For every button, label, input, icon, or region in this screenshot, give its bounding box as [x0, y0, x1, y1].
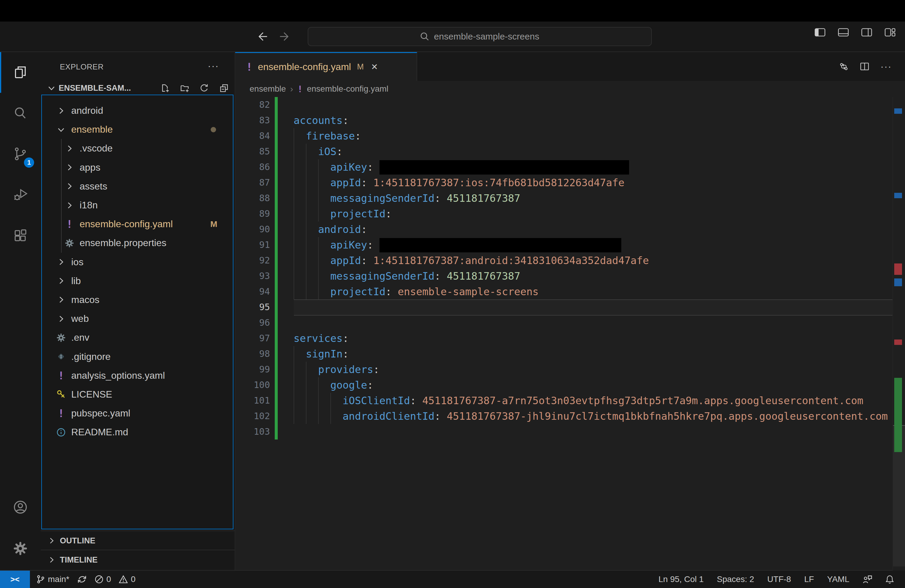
customize-layout-icon[interactable]: [884, 28, 895, 37]
split-editor-icon[interactable]: [859, 61, 870, 72]
code-line-85[interactable]: 85 iOS:: [235, 144, 905, 159]
toggle-secondary-sidebar-icon[interactable]: [861, 28, 872, 37]
line-number[interactable]: 100: [235, 377, 270, 393]
line-number[interactable]: 92: [235, 253, 270, 268]
timeline-section[interactable]: TIMELINE: [41, 550, 235, 569]
open-changes-icon[interactable]: [838, 61, 849, 72]
feedback-icon[interactable]: [862, 575, 872, 584]
code-line-103[interactable]: 103: [235, 424, 905, 440]
tree-item--env[interactable]: .env: [42, 328, 233, 347]
code-line-89[interactable]: 89 projectId:: [235, 206, 905, 222]
activity-source-control[interactable]: 1: [0, 133, 41, 174]
line-number[interactable]: 84: [235, 128, 270, 144]
line-number[interactable]: 97: [235, 331, 270, 346]
line-number[interactable]: 90: [235, 222, 270, 237]
tree-item-lib[interactable]: lib: [42, 272, 233, 291]
toggle-panel-icon[interactable]: [838, 28, 849, 37]
code-line-91[interactable]: 91 apiKey:: [235, 237, 905, 253]
indentation[interactable]: Spaces: 2: [717, 575, 754, 584]
toggle-primary-sidebar-icon[interactable]: [814, 28, 826, 37]
problems-status[interactable]: 0 0: [95, 575, 136, 584]
tree-item-assets[interactable]: assets: [42, 177, 233, 196]
activity-accounts[interactable]: [0, 490, 41, 524]
line-number[interactable]: 96: [235, 315, 270, 331]
code-line-93[interactable]: 93 messagingSenderId: 451181767387: [235, 268, 905, 284]
workspace-section-header[interactable]: ENSEMBLE-SAM...: [41, 81, 235, 95]
code-line-98[interactable]: 98 signIn:: [235, 346, 905, 362]
line-number[interactable]: 103: [235, 424, 270, 440]
remote-indicator[interactable]: ><: [0, 571, 30, 588]
cursor-position[interactable]: Ln 95, Col 1: [658, 575, 703, 584]
line-number[interactable]: 94: [235, 284, 270, 299]
tree-item-apps[interactable]: apps: [42, 158, 233, 177]
close-icon[interactable]: ✕: [371, 62, 378, 72]
line-number[interactable]: 91: [235, 237, 270, 253]
activity-settings[interactable]: [0, 532, 41, 565]
line-number[interactable]: 86: [235, 159, 270, 175]
code-line-88[interactable]: 88 messagingSenderId: 451181767387: [235, 191, 905, 206]
tree-item-ios[interactable]: ios: [42, 253, 233, 272]
git-branch-status[interactable]: main*: [36, 575, 70, 584]
code-line-84[interactable]: 84 firebase:: [235, 128, 905, 144]
code-line-82[interactable]: 82: [235, 97, 905, 113]
code-line-97[interactable]: 97services:: [235, 331, 905, 346]
tree-item-analysis-options-yaml[interactable]: !analysis_options.yaml: [42, 366, 233, 385]
tree-item--vscode[interactable]: .vscode: [42, 139, 233, 158]
code-line-101[interactable]: 101 iOSClientId: 451181767387-a7rn75ot3n…: [235, 393, 905, 408]
new-folder-icon[interactable]: [179, 83, 189, 93]
tree-item--gitignore[interactable]: .gitignore: [42, 347, 233, 366]
tree-item-i18n[interactable]: i18n: [42, 196, 233, 215]
history-back-button[interactable]: [255, 29, 269, 44]
tree-item-macos[interactable]: macos: [42, 291, 233, 309]
language-mode[interactable]: YAML: [827, 575, 849, 584]
code-line-90[interactable]: 90 android:: [235, 222, 905, 237]
activity-explorer[interactable]: [0, 52, 41, 93]
code-editor[interactable]: 8283accounts:84 firebase:85 iOS:86 apiKe…: [235, 97, 905, 571]
code-line-92[interactable]: 92 appId: 1:451181767387:android:3418310…: [235, 253, 905, 268]
tree-item-pubspec-yaml[interactable]: !pubspec.yaml: [42, 404, 233, 423]
code-line-86[interactable]: 86 apiKey:: [235, 159, 905, 175]
command-center-search[interactable]: ensemble-sample-screens: [308, 27, 652, 46]
views-more-actions-icon[interactable]: ···: [208, 60, 219, 72]
line-number[interactable]: 83: [235, 113, 270, 128]
tree-item-readme-md[interactable]: README.md: [42, 423, 233, 442]
tree-item-ensemble[interactable]: ensemble: [42, 120, 233, 139]
encoding[interactable]: UTF-8: [767, 575, 791, 584]
line-number[interactable]: 89: [235, 206, 270, 222]
line-number[interactable]: 85: [235, 144, 270, 159]
more-actions-icon[interactable]: ···: [880, 61, 892, 72]
new-file-icon[interactable]: [160, 83, 169, 93]
breadcrumb-file[interactable]: ensemble-config.yaml: [307, 84, 388, 94]
outline-section[interactable]: OUTLINE: [41, 531, 235, 550]
activity-extensions[interactable]: [0, 215, 41, 256]
line-number[interactable]: 101: [235, 393, 270, 408]
tree-item-ensemble-properties[interactable]: ensemble.properties: [42, 234, 233, 253]
eol-sequence[interactable]: LF: [804, 575, 814, 584]
breadcrumb-folder[interactable]: ensemble: [249, 84, 286, 94]
code-line-96[interactable]: 96: [235, 315, 905, 331]
code-line-99[interactable]: 99 providers:: [235, 362, 905, 377]
tab-ensemble-config-yaml[interactable]: ! ensemble-config.yaml M ✕: [235, 52, 417, 81]
line-number[interactable]: 93: [235, 268, 270, 284]
sync-changes[interactable]: [77, 575, 87, 584]
activity-run-debug[interactable]: [0, 174, 41, 215]
tree-item-license[interactable]: LICENSE: [42, 385, 233, 404]
line-number[interactable]: 95: [235, 299, 270, 315]
code-line-87[interactable]: 87 appId: 1:451181767387:ios:74fb681bd58…: [235, 175, 905, 191]
bell-icon[interactable]: [885, 575, 894, 584]
line-number[interactable]: 88: [235, 191, 270, 206]
line-number[interactable]: 98: [235, 346, 270, 362]
activity-search[interactable]: [0, 93, 41, 133]
code-line-102[interactable]: 102 androidClientId: 451181767387-jhl9in…: [235, 408, 905, 424]
code-line-94[interactable]: 94 projectId: ensemble-sample-screens: [235, 284, 905, 299]
line-number[interactable]: 102: [235, 408, 270, 424]
code-line-95[interactable]: 95: [235, 299, 905, 315]
refresh-icon[interactable]: [199, 83, 209, 93]
tree-item-ensemble-config-yaml[interactable]: !ensemble-config.yamlM: [42, 215, 233, 234]
collapse-folders-icon[interactable]: [219, 83, 229, 93]
tree-item-android[interactable]: android: [42, 101, 233, 120]
overview-ruler[interactable]: [892, 97, 905, 571]
line-number[interactable]: 87: [235, 175, 270, 191]
code-line-100[interactable]: 100 google:: [235, 377, 905, 393]
line-number[interactable]: 99: [235, 362, 270, 377]
